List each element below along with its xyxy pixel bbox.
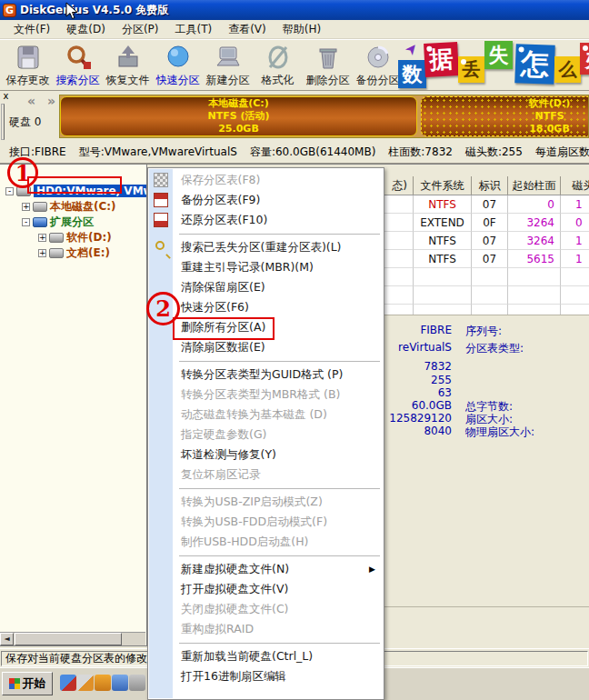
tree-horizontal-scrollbar[interactable]: ◄ [0,632,145,645]
toolbar-button-label: 搜索分区 [56,73,100,88]
panel-grip[interactable] [1,104,5,140]
menubar-item[interactable]: 硬盘(D) [58,20,114,39]
menu-item-label: 转换为USB-ZIP启动模式(Z) [181,495,323,510]
table-header-cell[interactable]: 起始柱面 [508,176,561,195]
menu-item[interactable]: 转换分区表类型为GUID格式 (P) [148,365,384,385]
toolbar-button-recover-files[interactable]: 恢复文件 [103,41,153,90]
menubar-item[interactable]: 分区(P) [114,20,167,39]
table-cell: 0 [508,195,561,214]
menubar-item[interactable]: 查看(V) [220,20,275,39]
collapse-box[interactable]: - [22,218,30,226]
scrollbar-thumb[interactable] [15,633,122,645]
table-cell [472,286,508,305]
table-cell: 3264 [508,232,561,250]
menu-item-label: 坏道检测与修复(Y) [181,447,276,463]
menu-separator [179,555,380,556]
menubar-item[interactable]: 文件(F) [5,20,58,39]
partition-block-label: 软件(D:) [529,97,571,110]
partition-block-label: 18.0GB [529,123,570,135]
table-header-cell[interactable]: 标识 [472,176,508,195]
show-desktop-icon[interactable] [60,675,76,691]
tree-item[interactable]: +文档(E:) [0,245,146,260]
expand-box[interactable]: + [38,234,46,242]
toolbar-button-format[interactable]: 格式化 [253,41,303,90]
menubar-item[interactable]: 工具(T) [166,20,220,39]
menu-item[interactable]: 打开虚拟硬盘文件(V) [148,579,384,599]
detail-label: 分区表类型: [465,341,524,356]
tree-item[interactable]: +软件(D:) [0,230,146,245]
quick-partition-icon [164,43,193,72]
table-cell: 07 [472,250,508,268]
tree-item[interactable]: -扩展分区 [0,215,146,229]
partition-block-label: 25.0GB [218,123,259,135]
toolbar-button-label: 恢复文件 [106,73,150,88]
menubar-item[interactable]: 帮助(H) [275,20,329,39]
backup-table-icon [154,193,168,207]
table-header-cell[interactable]: 磁头 [561,176,589,195]
disk-stat: 每道扇区数:63 [535,145,589,160]
windows-logo-icon [9,678,20,689]
table-cell [508,268,561,286]
menu-item[interactable]: 备份分区表(F9) [148,190,384,210]
submenu-arrow-icon: ▶ [369,565,375,574]
scroll-left-arrow[interactable]: ◄ [0,633,14,645]
collapse-box[interactable]: - [5,187,14,195]
toolbar-button-search-partition[interactable]: 搜索分区 [53,41,103,90]
expand-box[interactable]: + [38,249,46,257]
table-header-cell[interactable]: 文件系统 [414,176,472,195]
title-bar[interactable]: G DiskGenius V4.5.0 免费版 [0,0,589,20]
ad-tile: 丢 [458,56,484,83]
toolbar-button-backup-partition[interactable]: 备份分区 [353,41,403,90]
menu-item[interactable]: 重新加载当前硬盘(Ctrl_L) [148,646,384,666]
panel-close-icon[interactable]: x [1,92,11,102]
table-cell: 3264 [508,214,561,232]
menu-item[interactable]: 清除扇区数据(E) [148,337,384,357]
ad-tile: 办 [580,43,589,75]
menu-separator [179,234,380,235]
partition-tree-panel: -HD0:VMware, VMware+本地磁盘(C:)-扩展分区+软件(D:)… [0,164,147,646]
toolbar-button-quick-partition[interactable]: 快速分区 [153,41,203,90]
menu-item[interactable]: 坏道检测与修复(Y) [148,445,384,465]
restore-table-icon [154,213,168,227]
ad-banner[interactable]: ➤ 数据丢失怎么办 [398,40,589,90]
menu-item-label: 指定硬盘参数(G) [181,427,266,443]
drive-icon[interactable] [129,675,145,691]
doc-icon[interactable] [112,675,128,691]
menu-item[interactable]: 重建主引导记录(MBR)(M) [148,257,384,277]
tree-item[interactable]: +本地磁盘(C:) [0,199,146,214]
menu-item-label: 制作USB-HDD启动盘(H) [181,535,308,550]
menu-item-label: 动态磁盘转换为基本磁盘 (D) [181,407,327,423]
menu-item[interactable]: 打开16进制扇区编辑 [148,666,384,686]
menu-item: 指定硬盘参数(G) [148,425,384,445]
expand-box[interactable]: + [22,203,30,211]
menu-item[interactable]: 还原分区表(F10) [148,210,384,230]
menu-item[interactable]: 搜索已丢失分区(重建分区表)(L) [148,237,384,257]
menu-item[interactable]: 新建虚拟硬盘文件(N)▶ [148,559,384,579]
table-cell [414,305,472,315]
start-button[interactable]: 开始 [2,672,53,695]
menu-item[interactable]: 清除保留扇区(E) [148,277,384,297]
table-cell [472,268,508,286]
menu-item-label: 重新加载当前硬盘(Ctrl_L) [181,649,313,665]
ad-tile: 失 [484,41,513,69]
ad-tile: 数 [398,60,426,88]
toolbar-button-save-changes[interactable]: 保存更改 [3,41,53,90]
paint-icon[interactable] [77,675,94,691]
tree-item-label: 文档(E:) [66,245,110,261]
folder-search-icon[interactable] [95,675,111,691]
table-cell [508,286,561,305]
toolbar-button-new-partition[interactable]: 新建分区 [203,41,253,90]
app-logo-icon: G [3,4,16,17]
menu-separator [179,643,380,644]
menu-item[interactable]: 快速分区(F6) [148,297,384,317]
table-cell: 5615 [508,250,561,268]
menu-item-label: 清除保留扇区(E) [181,280,265,295]
partition-block[interactable]: 软件(D:)NTFS18.0GB [421,96,589,136]
toolbar-button-label: 删除分区 [306,73,350,88]
menu-item: 制作USB-HDD启动盘(H) [148,532,384,552]
disk-nav-arrows[interactable]: « » [27,94,59,108]
new-partition-icon [214,43,243,72]
table-cell: NTFS [414,250,472,268]
toolbar-button-delete-partition[interactable]: 删除分区 [303,41,353,90]
partition-block[interactable]: 本地磁盘(C:)NTFS (活动)25.0GB [60,96,417,136]
